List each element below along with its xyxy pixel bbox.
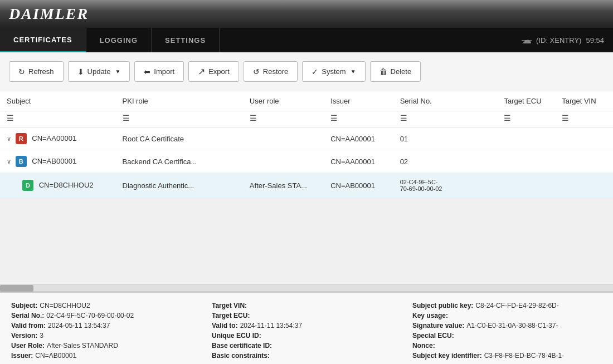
col-pki-role: PKI role	[116, 91, 243, 111]
detail-unique-ecu-id: Unique ECU ID:	[212, 332, 401, 340]
cell-ecu-2	[497, 150, 555, 173]
cell-user-role-1	[243, 127, 324, 150]
export-icon: ↗	[198, 66, 205, 77]
nav-settings[interactable]: SETTINGS	[152, 28, 220, 52]
filter-serial-no[interactable]: ☰	[393, 111, 498, 127]
cell-subject-3: D CN=D8CHHOU2	[0, 173, 116, 198]
detail-subject-public-key: Subject public key: C8-24-CF-FD-E4-29-82…	[412, 302, 602, 309]
cert-badge-b: B	[16, 156, 27, 167]
col-subject: Subject	[0, 91, 116, 111]
filter-user-role[interactable]: ☰	[243, 111, 324, 127]
table-container: Subject PKI role User role Issuer Serial	[0, 91, 613, 198]
cell-vin-1	[555, 127, 613, 150]
export-button[interactable]: ↗ Export	[188, 61, 239, 82]
cell-vin-2	[555, 150, 613, 173]
delete-button[interactable]: 🗑 Delete	[370, 61, 421, 82]
certificates-table: Subject PKI role User role Issuer Serial	[0, 91, 613, 198]
cell-subject-1: ∨ R CN=AA00001	[0, 127, 116, 150]
expand-btn-1[interactable]: ∨	[7, 135, 11, 142]
col-user-role: User role	[243, 91, 324, 111]
cell-pki-role-1: Root CA Certificate	[116, 127, 243, 150]
detail-target-vin: Target VIN:	[212, 302, 401, 309]
detail-key-usage: Key usage:	[412, 312, 602, 319]
detail-serial: Serial No.: 02-C4-9F-5C-70-69-00-00-02	[11, 312, 201, 319]
app-logo: DAIMLER	[9, 5, 89, 23]
table-wrapper[interactable]: Subject PKI role User role Issuer Serial	[0, 91, 613, 284]
cert-badge-d: D	[22, 180, 33, 191]
cert-badge-r: R	[16, 133, 27, 144]
cell-pki-role-2: Backend CA Certifica...	[116, 150, 243, 173]
status-time: 59:54	[586, 36, 604, 45]
nav-status: ☁ (ID: XENTRY) 59:54	[513, 28, 613, 52]
detail-special-ecu: Special ECU:	[412, 332, 602, 340]
navbar: CERTIFICATES LOGGING SETTINGS ☁ (ID: XEN…	[0, 28, 613, 52]
cell-user-role-2	[243, 150, 324, 173]
app-header: DAIMLER	[0, 0, 613, 28]
detail-base-cert-id: Base certificate ID:	[212, 342, 401, 350]
table-row[interactable]: ∨ B CN=AB00001 Backend CA Certifica... C…	[0, 150, 613, 173]
detail-signature-value: Signature value: A1-C0-E0-31-0A-30-88-C1…	[412, 322, 602, 329]
import-icon: ⬅	[144, 67, 150, 76]
trash-icon: 🗑	[380, 67, 387, 76]
cell-pki-role-3: Diagnostic Authentic...	[116, 173, 243, 198]
detail-col-3: Subject public key: C8-24-CF-FD-E4-29-82…	[412, 302, 602, 360]
cell-ecu-1	[497, 127, 555, 150]
col-target-ecu: Target ECU	[497, 91, 555, 111]
detail-subject: Subject: CN=D8CHHOU2	[11, 302, 201, 309]
detail-valid-to: Valid to: 2024-11-11 13:54:37	[212, 322, 401, 329]
filter-target-vin[interactable]: ☰	[555, 111, 613, 127]
col-issuer: Issuer	[324, 91, 393, 111]
table-header-row: Subject PKI role User role Issuer Serial	[0, 91, 613, 111]
restore-icon: ↺	[253, 67, 260, 76]
update-button[interactable]: ⬇ Update ▼	[68, 61, 130, 82]
check-icon: ✓	[312, 67, 318, 76]
detail-subject-key-id: Subject key identifier: C3-F8-F8-ED-BC-7…	[412, 352, 602, 360]
detail-basic-constraints: Basic constraints:	[212, 352, 401, 360]
detail-version: Version: 3	[11, 332, 201, 340]
expand-btn-2[interactable]: ∨	[7, 158, 11, 165]
detail-col-1: Subject: CN=D8CHHOU2 Serial No.: 02-C4-9…	[11, 302, 201, 360]
filter-issuer[interactable]: ☰	[324, 111, 393, 127]
col-target-vin: Target VIN	[555, 91, 613, 111]
main-area: Subject PKI role User role Issuer Serial	[0, 91, 613, 364]
detail-valid-from: Valid from: 2024-05-11 13:54:37	[11, 322, 201, 329]
detail-user-role: User Role: After-Sales STANDARD	[11, 342, 201, 350]
cell-ecu-3	[497, 173, 555, 198]
table-row[interactable]: D CN=D8CHHOU2 Diagnostic Authentic... Af…	[0, 173, 613, 198]
filter-subject[interactable]: ☰	[0, 111, 116, 127]
filter-target-ecu[interactable]: ☰	[497, 111, 555, 127]
download-icon: ⬇	[77, 67, 84, 76]
system-dropdown-arrow: ▼	[351, 68, 356, 75]
refresh-button[interactable]: ↻ Refresh	[9, 61, 64, 82]
detail-nonce: Nonce:	[412, 342, 602, 350]
import-button[interactable]: ⬅ Import	[134, 61, 184, 82]
system-button[interactable]: ✓ System ▼	[302, 61, 365, 82]
cloud-off-icon: ☁	[522, 34, 532, 46]
restore-button[interactable]: ↺ Restore	[244, 61, 298, 82]
cell-user-role-3: After-Sales STA...	[243, 173, 324, 198]
status-id: (ID: XENTRY)	[536, 36, 581, 45]
detail-panel: Subject: CN=D8CHHOU2 Serial No.: 02-C4-9…	[0, 292, 613, 364]
cell-issuer-3: CN=AB00001	[324, 173, 393, 198]
cell-serial-3: 02-C4-9F-5C-70-69-00-00-02	[393, 173, 498, 198]
filter-pki-role[interactable]: ☰	[116, 111, 243, 127]
cell-vin-3	[555, 173, 613, 198]
horizontal-scrollbar[interactable]	[0, 284, 613, 292]
cell-serial-2: 02	[393, 150, 498, 173]
cell-subject-2: ∨ B CN=AB00001	[0, 150, 116, 173]
cell-serial-1: 01	[393, 127, 498, 150]
update-dropdown-arrow: ▼	[115, 68, 120, 75]
refresh-icon: ↻	[18, 67, 25, 76]
cell-issuer-1: CN=AA00001	[324, 127, 393, 150]
cell-issuer-2: CN=AA00001	[324, 150, 393, 173]
scrollbar-thumb[interactable]	[0, 285, 33, 292]
nav-logging[interactable]: LOGGING	[86, 28, 152, 52]
detail-issuer: Issuer: CN=AB00001	[11, 352, 201, 360]
detail-target-ecu: Target ECU:	[212, 312, 401, 319]
nav-certificates[interactable]: CERTIFICATES	[0, 28, 86, 52]
toolbar: ↻ Refresh ⬇ Update ▼ ⬅ Import ↗ Export ↺…	[0, 52, 613, 91]
detail-col-2: Target VIN: Target ECU: Valid to: 2024-1…	[212, 302, 401, 360]
col-serial-no: Serial No.	[393, 91, 498, 111]
table-row[interactable]: ∨ R CN=AA00001 Root CA Certificate CN=AA…	[0, 127, 613, 150]
table-filter-row: ☰ ☰ ☰ ☰ ☰ ☰ ☰	[0, 111, 613, 127]
